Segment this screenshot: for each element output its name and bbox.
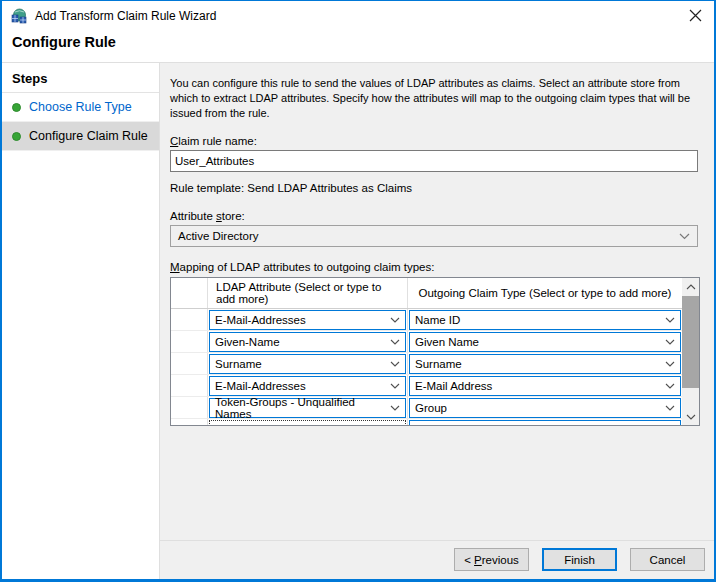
claim-rule-name-label: Claim rule name: (170, 135, 705, 147)
chevron-down-icon (390, 361, 400, 367)
table-row: Token-Groups - Unqualified Names Group (171, 397, 682, 419)
ldap-attribute-value: Surname (215, 358, 262, 370)
step-choose-rule-type[interactable]: Choose Rule Type (2, 93, 159, 122)
ldap-attribute-select[interactable]: Token-Groups - Unqualified Names (209, 398, 406, 418)
chevron-down-icon (390, 339, 400, 345)
wizard-window: Add Transform Claim Rule Wizard Configur… (0, 0, 716, 582)
ldap-attribute-value: Token-Groups - Unqualified Names (215, 396, 390, 420)
outgoing-claim-value: Given Name (415, 336, 479, 348)
ldap-attribute-select[interactable]: Surname (209, 354, 406, 374)
ldap-attribute-select-new[interactable] (209, 420, 406, 425)
rule-template-text: Rule template: Send LDAP Attributes as C… (170, 182, 705, 196)
ldap-attribute-value: E-Mail-Addresses (215, 380, 306, 392)
close-icon (689, 9, 702, 22)
footer-buttons: < Previous Finish Cancel (454, 548, 705, 571)
previous-button[interactable]: < Previous (454, 548, 529, 571)
title-bar: Add Transform Claim Rule Wizard (2, 1, 714, 30)
claim-rule-name-input[interactable] (170, 150, 698, 172)
outgoing-claim-select-new[interactable] (409, 420, 681, 425)
chevron-down-icon (679, 233, 690, 240)
outgoing-claim-select[interactable]: Given Name (409, 332, 681, 352)
ldap-attribute-column-header: LDAP Attribute (Select or type to add mo… (208, 278, 408, 308)
scrollbar-thumb[interactable] (682, 296, 699, 388)
attribute-store-label: Attribute store: (170, 210, 705, 222)
ldap-attribute-value: E-Mail-Addresses (215, 314, 306, 326)
chevron-down-icon (390, 383, 400, 389)
ldap-attribute-select[interactable]: E-Mail-Addresses (209, 310, 406, 330)
table-corner-cell (171, 278, 208, 308)
chevron-down-icon (686, 414, 696, 420)
close-button[interactable] (676, 1, 714, 30)
row-selector[interactable] (171, 375, 208, 396)
row-selector[interactable] (171, 419, 208, 425)
chevron-down-icon (665, 317, 675, 323)
chevron-down-icon (390, 405, 400, 411)
outgoing-claim-value: E-Mail Address (415, 380, 492, 392)
table-scrollbar (682, 278, 699, 425)
page-header: Configure Rule (2, 30, 714, 63)
ldap-attribute-select[interactable]: Given-Name (209, 332, 406, 352)
mapping-table: LDAP Attribute (Select or type to add mo… (170, 277, 700, 426)
table-header-row: LDAP Attribute (Select or type to add mo… (171, 278, 682, 309)
outgoing-claim-value: Group (415, 402, 447, 414)
outgoing-claim-select[interactable]: Name ID (409, 310, 681, 330)
chevron-down-icon (390, 317, 400, 323)
wizard-content: You can configure this rule to send the … (160, 63, 714, 579)
footer-divider (160, 540, 714, 541)
cancel-button[interactable]: Cancel (630, 548, 705, 571)
table-row: Given-Name Given Name (171, 331, 682, 353)
scroll-up-button[interactable] (682, 278, 699, 295)
steps-heading: Steps (2, 63, 159, 93)
table-row-new (171, 419, 682, 425)
chevron-down-icon (665, 405, 675, 411)
row-selector[interactable] (171, 331, 208, 352)
chevron-down-icon (665, 383, 675, 389)
scrollbar-track[interactable] (682, 295, 699, 408)
finish-button[interactable]: Finish (542, 548, 617, 571)
table-row: E-Mail-Addresses Name ID (171, 309, 682, 331)
attribute-store-select[interactable]: Active Directory (170, 225, 698, 247)
step-configure-claim-rule[interactable]: Configure Claim Rule (2, 122, 159, 151)
chevron-down-icon (665, 339, 675, 345)
window-title: Add Transform Claim Rule Wizard (35, 9, 216, 23)
step-label: Configure Claim Rule (29, 129, 148, 143)
ldap-attribute-value: Given-Name (215, 336, 280, 348)
outgoing-claim-select[interactable]: E-Mail Address (409, 376, 681, 396)
table-row: Surname Surname (171, 353, 682, 375)
row-selector[interactable] (171, 397, 208, 418)
step-completed-icon (12, 132, 21, 141)
table-rows: E-Mail-Addresses Name ID Given-N (171, 309, 682, 425)
rule-description: You can configure this rule to send the … (170, 76, 705, 121)
table-row: E-Mail-Addresses E-Mail Address (171, 375, 682, 397)
wizard-app-icon (11, 8, 27, 24)
row-selector[interactable] (171, 309, 208, 330)
ldap-attribute-select[interactable]: E-Mail-Addresses (209, 376, 406, 396)
page-title: Configure Rule (12, 34, 714, 50)
row-selector[interactable] (171, 353, 208, 374)
outgoing-claim-select[interactable]: Group (409, 398, 681, 418)
outgoing-claim-select[interactable]: Surname (409, 354, 681, 374)
outgoing-claim-value: Name ID (415, 314, 460, 326)
outgoing-claim-value: Surname (415, 358, 462, 370)
chevron-up-icon (686, 284, 696, 290)
scroll-down-button[interactable] (682, 408, 699, 425)
step-completed-icon (12, 103, 21, 112)
mapping-label: Mapping of LDAP attributes to outgoing c… (170, 261, 705, 273)
step-label: Choose Rule Type (29, 100, 132, 114)
chevron-down-icon (665, 361, 675, 367)
steps-panel: Steps Choose Rule Type Configure Claim R… (2, 63, 160, 579)
outgoing-claim-column-header: Outgoing Claim Type (Select or type to a… (408, 278, 682, 308)
attribute-store-value: Active Directory (178, 230, 259, 242)
